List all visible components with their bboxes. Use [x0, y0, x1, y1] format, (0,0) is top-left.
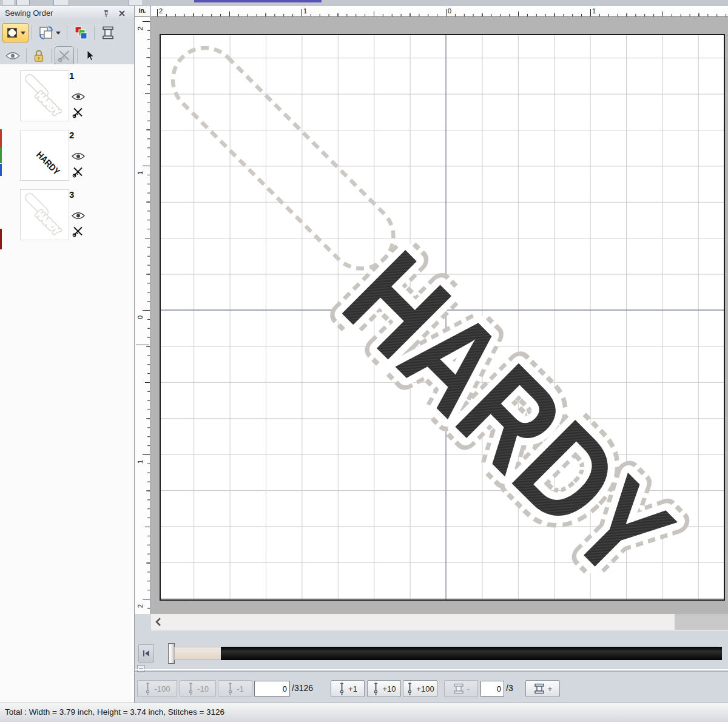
skip-to-start-icon [141, 649, 151, 658]
v-ruler-label: 2 [136, 23, 144, 30]
scissors-icon[interactable] [72, 166, 84, 178]
stitch-forward-10-button[interactable]: +10 [367, 680, 401, 697]
v-ruler-label: 1 [136, 456, 144, 464]
scrollbar-left-arrow-icon[interactable] [153, 616, 164, 628]
cropped-toolbar-button [53, 0, 69, 6]
needle-icon [187, 682, 195, 695]
design-drawing: HARDY HARDY HARDY [161, 35, 724, 599]
separator [32, 25, 32, 40]
color-forward-button[interactable]: + [525, 680, 560, 697]
vertical-ruler: 2 1 0 1 2 [135, 17, 150, 614]
fit-selection-button[interactable] [2, 23, 29, 42]
fit-selection-icon [5, 26, 19, 39]
close-icon[interactable] [118, 9, 126, 18]
ruler-position-marker [136, 345, 149, 345]
sewing-item-2: HARDY 2 [0, 130, 134, 181]
status-bar: Total : Width = 3.79 inch, Height = 3.74… [0, 703, 728, 722]
unit-label: in. [139, 7, 146, 14]
h-ruler-label: 1 [592, 7, 596, 15]
pin-icon[interactable] [102, 9, 110, 18]
h-ruler-label: 1 [303, 7, 307, 15]
status-text: Total : Width = 3.79 inch, Height = 3.74… [5, 707, 224, 717]
cropped-toolbar-text [194, 0, 322, 2]
hoop-icon [101, 25, 115, 40]
button-label: -10 [197, 684, 209, 693]
eye-icon[interactable] [72, 211, 85, 220]
stitch-position-input[interactable] [254, 681, 290, 697]
panel-title: Sewing Order [5, 8, 53, 18]
ruler-unit-box: in. [135, 6, 150, 17]
thumbnail-text-2[interactable]: HARDY [20, 130, 69, 181]
sewing-order-panel: Sewing Order [0, 6, 135, 703]
visibility-button[interactable] [2, 46, 23, 66]
separator [67, 25, 67, 40]
chevron-down-icon [56, 32, 61, 35]
button-label: + [548, 684, 553, 693]
scrollbar-track[interactable] [675, 614, 728, 630]
thumbnail-outline-3[interactable]: HARDY HARDY [20, 189, 69, 240]
needle-icon [338, 682, 346, 695]
sequence-button[interactable] [35, 23, 64, 42]
trim-toggle-button[interactable] [55, 46, 74, 66]
splitter[interactable] [135, 669, 728, 672]
panel-toolbar [0, 21, 134, 70]
design-canvas[interactable]: HARDY HARDY HARDY [151, 17, 728, 614]
color-sort-button[interactable] [70, 23, 91, 42]
thumbnail-outline-1[interactable]: HARDY HARDY [20, 70, 69, 121]
stitch-back-1-button[interactable]: -1 [218, 680, 252, 697]
sewing-item-3: HARDY HARDY 3 [0, 189, 134, 240]
h-ruler-label: 2 [159, 7, 163, 15]
horizontal-ruler: 2 1 0 1 [151, 6, 728, 17]
button-label: +10 [382, 684, 396, 693]
lock-button[interactable] [30, 46, 48, 66]
item-number: 3 [69, 189, 74, 200]
cursor-icon [84, 49, 96, 62]
v-ruler-label: 2 [136, 601, 144, 608]
button-label: -1 [237, 684, 244, 693]
color-back-button[interactable]: - [444, 680, 478, 697]
needle-icon [226, 682, 234, 695]
scissors-icon [58, 49, 71, 62]
stitch-forward-100-button[interactable]: +100 [403, 680, 437, 697]
sewing-order-list: HARDY HARDY 1 HARDY 2 [0, 64, 134, 703]
cropped-toolbar-button [129, 0, 143, 6]
spool-icon [453, 683, 465, 694]
spool-icon [533, 683, 545, 694]
cropped-toolbar-button [2, 0, 15, 6]
needle-icon [406, 682, 414, 695]
needle-icon [372, 682, 380, 695]
stitch-back-100-button[interactable]: -100 [137, 680, 177, 697]
item-number: 2 [69, 130, 74, 140]
design-text-mini: HARDY [35, 149, 62, 177]
button-label: +100 [416, 684, 434, 693]
sequence-icon [38, 25, 54, 40]
chevron-down-icon [21, 32, 25, 35]
skip-to-start-button[interactable] [138, 644, 154, 663]
horizontal-scrollbar[interactable] [151, 614, 728, 630]
eye-icon[interactable] [72, 152, 85, 161]
separator [26, 49, 27, 63]
separator [51, 49, 52, 63]
h-ruler-label: 0 [448, 7, 451, 15]
needle-icon [144, 682, 152, 695]
button-label: -100 [154, 684, 170, 693]
scissors-icon[interactable] [72, 107, 84, 118]
cropped-toolbar-button [16, 0, 30, 6]
v-ruler-label: 1 [136, 167, 144, 175]
scissors-icon[interactable] [72, 226, 84, 237]
stitch-forward-1-button[interactable]: +1 [331, 680, 365, 697]
hoop-button[interactable] [98, 23, 118, 42]
color-total-label: /3 [506, 683, 513, 693]
select-tool-button[interactable] [81, 46, 99, 66]
stitch-timeline-color-1[interactable] [174, 647, 221, 660]
button-label: - [467, 684, 470, 693]
stitch-timeline-color-2[interactable] [221, 647, 722, 660]
stitch-back-10-button[interactable]: -10 [180, 680, 216, 697]
eye-icon[interactable] [72, 92, 85, 101]
hoop-page: HARDY HARDY HARDY [160, 34, 725, 601]
separator [77, 49, 78, 63]
item-number: 1 [69, 70, 74, 81]
v-ruler-label: 0 [136, 312, 144, 319]
color-position-input[interactable] [480, 681, 504, 697]
separator [94, 25, 95, 40]
